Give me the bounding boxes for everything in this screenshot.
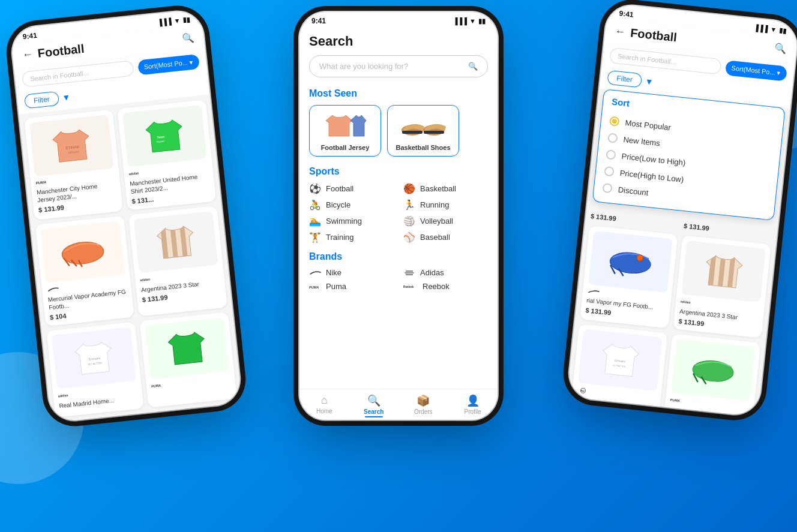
left-sort-button[interactable]: Sort(Most Po... ▾ bbox=[137, 53, 200, 75]
adidas-logo-icon bbox=[403, 269, 415, 277]
product-image: Emirates FLY BETTER bbox=[52, 327, 136, 389]
svg-text:RM: RM bbox=[580, 389, 585, 393]
most-seen-title: Most Seen bbox=[309, 88, 488, 99]
product-image bbox=[671, 339, 756, 401]
product-card[interactable]: adidas Argentina 2023 3 Star $ 131.99 bbox=[673, 235, 771, 338]
puma-logo-icon: PUMA bbox=[309, 282, 321, 291]
most-seen-card[interactable]: Basketball Shoes bbox=[387, 105, 459, 157]
brand-item-nike[interactable]: Nike bbox=[309, 268, 394, 277]
brand-label: Nike bbox=[326, 268, 341, 277]
product-card[interactable]: Team Viewer adidas Manchester United Hom… bbox=[117, 100, 216, 211]
center-phone: 9:41 ▐▐▐ ▼ ▮▮ Search What are you lookin… bbox=[299, 12, 498, 420]
sort-option-label: Discount bbox=[618, 185, 649, 197]
sport-item-training[interactable]: 🏋 Training bbox=[309, 232, 394, 243]
running-icon: 🏃 bbox=[403, 199, 415, 211]
sports-grid: ⚽ Football 🏀 Basketball 🚴 Bicycle 🏃 bbox=[309, 183, 488, 243]
signal-icon: ▐▐▐ bbox=[453, 17, 467, 25]
battery-icon: ▮▮ bbox=[779, 26, 787, 35]
left-screen: ← Football 🔍 Search in Football... Sort(… bbox=[11, 25, 242, 423]
wifi-icon: ▼ bbox=[469, 17, 476, 25]
swimming-icon: 🏊 bbox=[309, 215, 321, 227]
product-image bbox=[588, 231, 673, 293]
brand-item-puma[interactable]: PUMA Puma bbox=[309, 282, 394, 291]
product-image: ETIHAD AIRWAY bbox=[29, 115, 114, 176]
product-card[interactable]: Mercurial Vapor Academy FG Footb... $ 10… bbox=[35, 215, 134, 326]
battery-icon: ▮▮ bbox=[478, 17, 486, 25]
left-phone-wrap: 9:41 ▐▐▐ ▼ ▮▮ ← Football 🔍 Search in bbox=[10, 9, 242, 423]
search-icon[interactable]: 🔍 bbox=[182, 32, 195, 44]
left-status-icons: ▐▐▐ ▼ ▮▮ bbox=[157, 16, 190, 27]
product-card[interactable]: ETIHAD AIRWAY PUMA Manchester City Home … bbox=[24, 109, 123, 220]
left-products-grid: ETIHAD AIRWAY PUMA Manchester City Home … bbox=[19, 94, 242, 423]
right-filter-funnel-icon: ▼ bbox=[645, 76, 654, 86]
sort-radio bbox=[606, 149, 616, 160]
sport-item-running[interactable]: 🏃 Running bbox=[403, 199, 488, 211]
sort-radio bbox=[604, 166, 615, 177]
right-search-icon[interactable]: 🔍 bbox=[774, 43, 787, 55]
search-main-input[interactable]: What are you looking for? 🔍 bbox=[309, 55, 488, 77]
nav-search[interactable]: 🔍 Search bbox=[349, 394, 399, 417]
search-submit-icon[interactable]: 🔍 bbox=[468, 62, 478, 71]
product-image bbox=[145, 317, 229, 379]
sport-label: Running bbox=[420, 200, 449, 209]
right-time: 9:41 bbox=[619, 9, 634, 19]
sort-option-label: Most Popular bbox=[625, 118, 672, 132]
sport-label: Swimming bbox=[326, 217, 362, 226]
sort-radio bbox=[602, 183, 613, 194]
center-status-bar: 9:41 ▐▐▐ ▼ ▮▮ bbox=[299, 12, 498, 28]
right-filter-button[interactable]: Filter bbox=[607, 70, 642, 88]
wifi-icon: ▼ bbox=[770, 26, 777, 34]
right-phone-wrap: 9:41 ▐▐▐ ▼ ▮▮ ← Football 🔍 Search in bbox=[567, 3, 797, 417]
center-screen: Search What are you looking for? 🔍 Most … bbox=[299, 28, 498, 420]
nav-profile[interactable]: 👤 Profile bbox=[448, 394, 498, 417]
sort-radio-dot bbox=[612, 119, 617, 124]
brand-item-adidas[interactable]: Adidas bbox=[403, 268, 488, 277]
search-nav-indicator bbox=[365, 416, 383, 417]
right-screen: ← Football 🔍 Search in Football... Sort(… bbox=[567, 19, 797, 417]
sport-item-swimming[interactable]: 🏊 Swimming bbox=[309, 215, 394, 227]
center-time: 9:41 bbox=[311, 17, 326, 25]
svg-text:adidas: adidas bbox=[58, 393, 68, 398]
product-card[interactable]: PUMA bbox=[139, 312, 236, 408]
sport-item-football[interactable]: ⚽ Football bbox=[309, 183, 394, 194]
right-search-placeholder: Search in Football... bbox=[618, 52, 677, 65]
sort-dropdown: Sort Most Popular New Items Price(Low to… bbox=[592, 89, 786, 221]
search-placeholder: What are you looking for? bbox=[319, 62, 408, 71]
basketball-icon: 🏀 bbox=[403, 183, 415, 194]
right-products-grid: $ 131.99 $ 131.99 bbox=[567, 206, 778, 417]
sport-label: Bicycle bbox=[326, 200, 350, 209]
svg-text:PUMA: PUMA bbox=[35, 181, 46, 185]
sport-item-basketball[interactable]: 🏀 Basketball bbox=[403, 183, 488, 194]
sport-item-bicycle[interactable]: 🚴 Bicycle bbox=[309, 199, 394, 211]
product-card[interactable]: rial Vapor my FG Footb... $ 131.99 bbox=[580, 226, 678, 329]
svg-text:adidas: adidas bbox=[681, 299, 691, 304]
svg-text:PUMA: PUMA bbox=[309, 285, 319, 288]
profile-label: Profile bbox=[465, 408, 481, 415]
left-filter-button[interactable]: Filter bbox=[24, 91, 59, 109]
volleyball-icon: 🏐 bbox=[403, 215, 415, 227]
back-button[interactable]: ← bbox=[22, 48, 34, 62]
home-icon: ⌂ bbox=[321, 394, 328, 407]
sort-option-label: New Items bbox=[623, 135, 661, 148]
sport-label: Basketball bbox=[420, 184, 456, 193]
brand-item-reebok[interactable]: Reebok Reebok bbox=[403, 282, 488, 291]
sport-item-volleyball[interactable]: 🏐 Volleyball bbox=[403, 215, 488, 227]
right-back-button[interactable]: ← bbox=[614, 25, 626, 39]
brands-grid: Nike Adidas PUMA Puma bbox=[309, 268, 488, 291]
product-card[interactable]: Emirates FLY BETTER adidas Real Madrid H… bbox=[46, 321, 143, 417]
search-nav-label: Search bbox=[364, 408, 383, 415]
baseball-icon: ⚾ bbox=[403, 232, 415, 243]
most-seen-card[interactable]: Football Jersey bbox=[309, 105, 381, 157]
right-sort-button[interactable]: Sort(Most Po... ▾ bbox=[725, 60, 787, 82]
nav-home[interactable]: ⌂ Home bbox=[299, 394, 349, 417]
most-seen-image bbox=[399, 110, 447, 140]
sports-title: Sports bbox=[309, 166, 488, 177]
sport-item-baseball[interactable]: ⚾ Baseball bbox=[403, 232, 488, 243]
profile-icon: 👤 bbox=[466, 394, 480, 407]
product-card[interactable]: PUMA bbox=[664, 333, 761, 417]
product-card[interactable]: adidas Argentina 2023 3 Star $ 131.99 bbox=[128, 206, 227, 317]
product-card[interactable]: Emirates FLY BETTER RM bbox=[571, 324, 668, 411]
orders-icon: 📦 bbox=[417, 394, 430, 407]
svg-text:PUMA: PUMA bbox=[151, 383, 161, 388]
nav-orders[interactable]: 📦 Orders bbox=[398, 394, 448, 417]
